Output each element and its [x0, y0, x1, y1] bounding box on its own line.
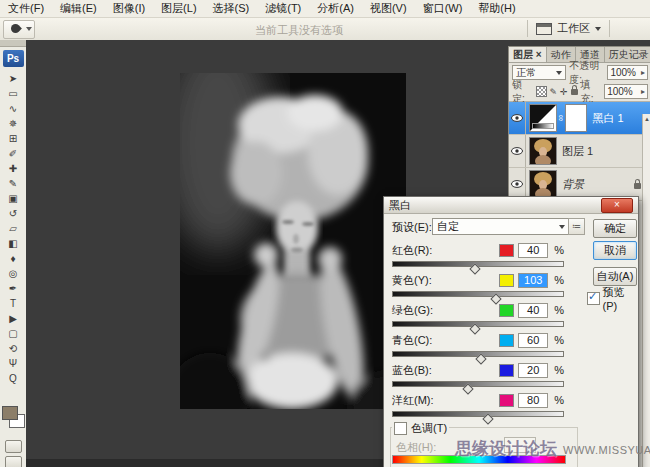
- dialog-title: 黑白: [389, 198, 411, 213]
- tab-history[interactable]: 历史记录: [605, 47, 650, 62]
- layer-thumbnail[interactable]: [529, 170, 557, 198]
- visibility-toggle[interactable]: [509, 102, 526, 134]
- close-icon[interactable]: ×: [536, 49, 542, 60]
- preset-select[interactable]: 自定: [432, 218, 570, 235]
- eye-icon: [511, 147, 523, 155]
- red-value-input[interactable]: 40: [518, 243, 548, 258]
- chevron-down-icon: [26, 27, 32, 31]
- magenta-slider-thumb[interactable]: [483, 413, 494, 424]
- menu-item-2[interactable]: 编辑(E): [52, 0, 105, 17]
- blue-slider-track[interactable]: [392, 381, 564, 387]
- preset-label: 预设(E):: [392, 220, 432, 235]
- layer-row-layer-1[interactable]: 图层 1: [509, 135, 650, 168]
- layer-name[interactable]: 黑白 1: [592, 111, 623, 126]
- photoshop-window: 文件(F)编辑(E)图像(I)图层(L)选择(S)滤镜(T)分析(A)视图(V)…: [0, 0, 650, 467]
- menu-item-3[interactable]: 图像(I): [105, 0, 153, 17]
- blue-value-input[interactable]: 20: [518, 363, 548, 378]
- adjustment-layer-thumbnail[interactable]: [529, 104, 557, 132]
- menu-item-10[interactable]: 帮助(H): [470, 0, 523, 17]
- opacity-input[interactable]: 100%▸: [607, 65, 648, 80]
- red-slider-track[interactable]: [392, 261, 564, 267]
- yellow-value-input[interactable]: 103: [518, 273, 548, 288]
- tint-label: 色调(T): [411, 421, 447, 436]
- marquee-tool[interactable]: ▭: [0, 86, 26, 101]
- eyedropper-tool[interactable]: ✐: [0, 146, 26, 161]
- layer-mask-thumbnail[interactable]: [565, 104, 587, 132]
- pen-tool[interactable]: ✒: [0, 281, 26, 296]
- auto-button[interactable]: 自动(A): [593, 267, 637, 286]
- screen-mode-button[interactable]: [5, 456, 22, 467]
- ok-button[interactable]: 确定: [593, 219, 637, 238]
- preview-checkbox[interactable]: ✓: [587, 292, 600, 305]
- preset-options-icon[interactable]: ≔: [568, 218, 585, 235]
- zoom-tool[interactable]: Q: [0, 371, 26, 386]
- eyedropper-tool-preset[interactable]: [3, 20, 35, 39]
- tint-checkbox[interactable]: [394, 422, 407, 435]
- foreground-color-swatch[interactable]: [2, 406, 18, 420]
- preview-checkbox-row[interactable]: ✓ 预览(P): [587, 285, 638, 312]
- lock-transparency-icon[interactable]: [536, 86, 547, 97]
- move-tool[interactable]: ➤: [0, 71, 26, 86]
- dialog-close-button[interactable]: ×: [601, 198, 633, 213]
- healing-brush-tool[interactable]: ✚: [0, 161, 26, 176]
- quick-mask-button[interactable]: [5, 440, 22, 453]
- photo-black-white-portrait[interactable]: [180, 73, 406, 409]
- menu-item-9[interactable]: 窗口(W): [415, 0, 471, 17]
- panel-scrollbar[interactable]: ▲: [642, 114, 650, 467]
- quick-selection-tool[interactable]: ✵: [0, 116, 26, 131]
- scroll-up-icon: ▲: [644, 116, 650, 122]
- crop-tool[interactable]: ⊞: [0, 131, 26, 146]
- yellow-slider-track[interactable]: [392, 291, 564, 297]
- green-slider-track[interactable]: [392, 321, 564, 327]
- cyan-value-input[interactable]: 60: [518, 333, 548, 348]
- magenta-swatch: [499, 394, 514, 407]
- green-value-input[interactable]: 40: [518, 303, 548, 318]
- lock-all-icon[interactable]: [571, 89, 578, 95]
- history-brush-tool[interactable]: ↺: [0, 206, 26, 221]
- dodge-tool[interactable]: ◎: [0, 266, 26, 281]
- brush-tool[interactable]: ✎: [0, 176, 26, 191]
- clone-stamp-tool[interactable]: ▣: [0, 191, 26, 206]
- lock-position-icon[interactable]: ✛: [560, 87, 568, 97]
- yellow-label: 黄色(Y):: [392, 273, 432, 288]
- dialog-titlebar[interactable]: 黑白 ×: [384, 197, 638, 214]
- layer-thumbnail[interactable]: [529, 137, 557, 165]
- gradient-tool[interactable]: ◧: [0, 236, 26, 251]
- layer-name[interactable]: 背景: [562, 177, 584, 192]
- cyan-slider-track[interactable]: [392, 351, 564, 357]
- menu-item-7[interactable]: 分析(A): [309, 0, 362, 17]
- magenta-value-input[interactable]: 80: [518, 393, 548, 408]
- menu-item-8[interactable]: 视图(V): [362, 0, 415, 17]
- path-selection-tool[interactable]: ▶: [0, 311, 26, 326]
- menu-item-5[interactable]: 选择(S): [205, 0, 258, 17]
- eraser-tool[interactable]: ▱: [0, 221, 26, 236]
- menu-item-4[interactable]: 图层(L): [153, 0, 204, 17]
- lasso-tool[interactable]: ∿: [0, 101, 26, 116]
- tab-layers[interactable]: 图层 ×: [509, 47, 547, 62]
- cyan-label: 青色(C):: [392, 333, 432, 348]
- lock-paint-icon[interactable]: ✎: [550, 87, 558, 97]
- cyan-slider-row: 青色(C): 60 %: [392, 333, 564, 361]
- background-lock-icon: [634, 183, 641, 189]
- menu-item-6[interactable]: 滤镜(T): [257, 0, 309, 17]
- cancel-button[interactable]: 取消: [593, 241, 637, 260]
- hand-tool[interactable]: Ψ: [0, 356, 26, 371]
- spinner-icon[interactable]: ▸: [641, 88, 645, 96]
- layer-row-blackwhite-1[interactable]: ∞ 黑白 1: [509, 102, 650, 135]
- menu-item-1[interactable]: 文件(F): [0, 0, 52, 17]
- shape-tool[interactable]: ▢: [0, 326, 26, 341]
- fill-input[interactable]: 100%▸: [604, 84, 648, 99]
- link-icon: ∞: [556, 115, 566, 121]
- spinner-icon[interactable]: ▸: [641, 69, 645, 77]
- black-white-dialog: 黑白 × 预设(E): 自定 ≔ 确定 取消 自动(A) ✓ 预览(P) 红色(…: [383, 196, 639, 467]
- blur-tool[interactable]: ♦: [0, 251, 26, 266]
- palette-grip[interactable]: [0, 40, 26, 47]
- rotate-view-tool[interactable]: ⟲: [0, 341, 26, 356]
- tint-checkbox-row[interactable]: 色调(T): [392, 421, 449, 436]
- type-tool[interactable]: T: [0, 296, 26, 311]
- workspace-switcher[interactable]: 工作区: [527, 20, 610, 37]
- layer-name[interactable]: 图层 1: [562, 144, 593, 159]
- magenta-slider-track[interactable]: [392, 411, 564, 417]
- visibility-toggle[interactable]: [509, 135, 526, 167]
- yellow-slider-row: 黄色(Y): 103 %: [392, 273, 564, 301]
